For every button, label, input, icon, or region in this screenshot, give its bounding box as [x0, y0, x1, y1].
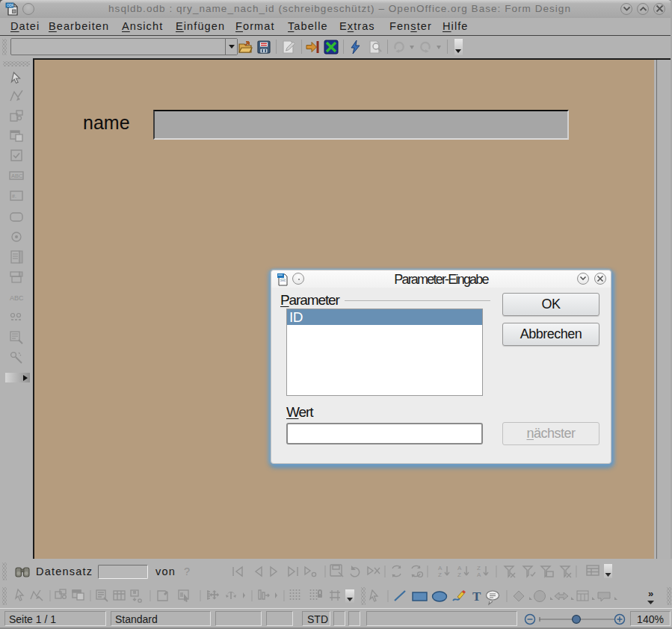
svg-text:ABC: ABC [10, 294, 24, 302]
svg-text:ABC: ABC [11, 173, 23, 179]
svg-text:Z: Z [477, 565, 481, 571]
svg-text:Z: Z [457, 571, 462, 578]
svg-text:#.: #. [12, 193, 16, 199]
svg-text:Z: Z [438, 571, 443, 578]
svg-text:A: A [477, 571, 482, 578]
svg-text:A: A [438, 565, 443, 571]
svg-text:A: A [457, 565, 463, 571]
svg-text:T: T [472, 589, 481, 604]
svg-text:»: » [648, 588, 653, 599]
